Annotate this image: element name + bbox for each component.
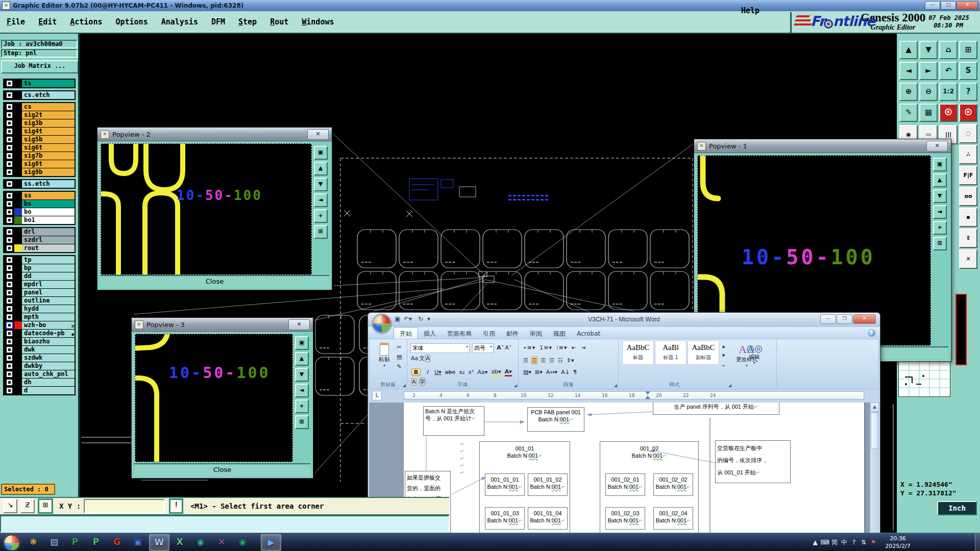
layer-row-dh[interactable]: dh [4,379,75,386]
ime-jian-icon[interactable]: 简 [830,533,839,551]
font-color-button[interactable]: A▾ [504,368,512,377]
layer-color-swatch[interactable] [14,338,22,345]
move-view-button[interactable]: ⊞ [933,237,947,251]
layer-color-swatch[interactable] [14,256,22,264]
flag-icon[interactable]: ⚑ [869,533,878,551]
layer-color-swatch[interactable] [14,354,22,362]
pan-up-button[interactable]: ▲ [295,352,309,366]
layer-row-hydd[interactable]: hydd [4,305,75,313]
word-tab-页面布局[interactable]: 页面布局 [442,328,477,340]
layer-row-dd[interactable]: dd [4,272,75,280]
layer-color-swatch[interactable] [14,111,22,119]
layer-checkbox[interactable] [4,103,14,111]
word-tab-邮件[interactable]: 邮件 [501,328,524,340]
grow-font-icon[interactable]: A˄ [496,344,504,352]
layer-checkbox[interactable] [4,236,14,244]
layer-checkbox[interactable] [4,281,14,288]
layer-row-szdwk[interactable]: szdwk [4,354,75,362]
center-view-button[interactable]: + [314,209,328,223]
layer-checkbox[interactable] [4,338,14,345]
layer-row-szdrl[interactable]: szdrl [4,236,75,244]
detach-window-button[interactable]: ▣ [933,158,947,171]
copy-icon[interactable]: ▤ [396,353,402,361]
net-highlight-button[interactable]: ⦿ [939,104,958,122]
justify-icon[interactable]: ☰ [549,357,555,364]
shrink-font-icon[interactable]: A˅ [504,344,512,352]
layer-row-bp[interactable]: bp [4,264,75,272]
snap-mode-icon[interactable]: ↘ [3,499,17,513]
menu-help[interactable]: Help [741,6,760,15]
shading-icon[interactable]: ▨▾ [523,368,532,376]
word-scrollbar[interactable]: ▲ [870,403,879,533]
layer-color-swatch[interactable] [14,200,22,208]
disc-green-icon[interactable]: ◉ [191,534,210,550]
detach-window-button[interactable]: ▣ [295,336,309,350]
style-card[interactable]: AaBbC标题 [622,340,654,365]
layer-row-sig4t[interactable]: sig4t [4,128,75,135]
layer-checkbox[interactable] [4,91,14,99]
layer-color-swatch[interactable] [14,128,22,135]
styles-up-icon[interactable]: ▴ [721,342,726,350]
menu-actions[interactable]: Actions [63,11,109,27]
units-button[interactable]: Inch [937,501,977,515]
start-button[interactable] [4,535,20,551]
layer-row-dwkby[interactable]: dwkby [4,362,75,370]
layer-color-swatch[interactable] [14,379,22,386]
layer-color-swatch[interactable] [14,103,22,111]
layer-color-swatch[interactable] [14,152,22,160]
layer-color-swatch[interactable] [14,313,22,321]
borders-icon[interactable]: ⊞▾ [534,368,543,376]
pan-up-button[interactable]: ▲ [899,41,918,59]
layer-row-sig9b[interactable]: sig9b [4,168,75,176]
layer-checkbox[interactable] [4,387,14,394]
notepad-icon[interactable]: ▤ [44,534,64,550]
word-tab-审阅[interactable]: 审阅 [524,328,548,340]
multilevel-icon[interactable]: ⁝≡▾ [556,344,568,352]
layer-checkbox[interactable] [4,144,14,152]
layer-row-mpth[interactable]: mpth [4,313,75,321]
pan-up-button[interactable]: ▲ [314,162,328,176]
layer-row-sig2t[interactable]: sig2t [4,111,75,119]
dialog-launcher-icon[interactable]: ◢ [728,383,731,388]
layer-checkbox[interactable] [4,244,14,252]
popview-2-viewport[interactable]: 10-50-100 [101,143,312,275]
exit-view-button[interactable]: ◄ [933,205,947,219]
word-tab-视图[interactable]: 视图 [548,328,571,340]
popview-1-close-icon[interactable]: ✕ [926,141,948,152]
menu-file[interactable]: File [0,11,32,27]
layer-checkbox[interactable] [4,289,14,296]
popview-3-close-button[interactable]: Close [134,463,310,476]
sort-icon[interactable]: A↓ [560,368,570,376]
layer-color-swatch[interactable] [14,236,22,244]
layer-checkbox[interactable] [4,228,14,236]
first-line-indent-marker[interactable] [645,391,650,395]
highlight-button[interactable]: ab▾ [491,368,501,377]
layer-checkbox[interactable] [4,354,14,362]
grid-button[interactable]: ▦ [919,104,938,122]
layer-row-datecode-pb[interactable]: datecode-pb● [4,330,75,337]
pan-down-button[interactable]: ▼ [295,368,309,382]
word-tab-插入[interactable]: 插入 [418,328,442,340]
layer-row-wzh-bo[interactable]: wzh-bo⊞ [4,321,75,329]
layer-color-swatch[interactable] [14,168,22,176]
close-button[interactable]: ✕ [957,1,978,10]
layer-row-cs.etch[interactable]: cs.etch [4,91,75,99]
popview-1-titlebar[interactable]: ✕ Popview - 1 ✕ [694,139,951,153]
superscript-button[interactable]: x² [468,368,474,376]
align-left-icon[interactable]: ☰ [523,357,529,364]
layer-row-auto_chk_pnl[interactable]: auto_chk_pnl [4,370,75,378]
layer-checkbox[interactable] [4,80,14,87]
maximize-button[interactable]: □ [941,1,956,10]
align-center-icon[interactable]: ☰ [531,357,537,364]
layer-color-swatch[interactable] [14,216,22,224]
increase-indent-icon[interactable]: ⇥ [580,344,586,352]
word-ruler[interactable]: L 24681012141618202224 [369,389,879,403]
circles-button[interactable]: oo [959,187,977,206]
layer-checkbox[interactable] [4,330,14,337]
scroll-up-icon[interactable]: ▲ [870,403,879,412]
numbering-icon[interactable]: 1≡▾ [539,344,553,352]
tab-selector[interactable]: L [372,391,382,400]
layer-row-sig5b[interactable]: sig5b [4,136,75,143]
layer-color-swatch[interactable] [14,180,22,188]
asian-layout-icon[interactable]: A↔▾ [546,368,558,376]
